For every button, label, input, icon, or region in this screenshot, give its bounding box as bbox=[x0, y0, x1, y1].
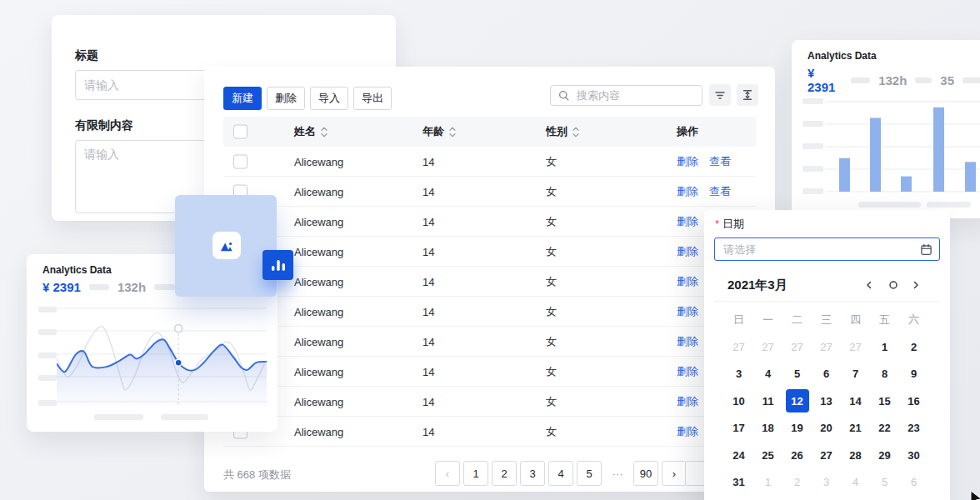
cell-actions: 删除查看 bbox=[677, 154, 731, 169]
sort-icon[interactable] bbox=[449, 127, 456, 138]
table-row[interactable]: Alicewang14女删除查看 bbox=[223, 417, 756, 447]
calendar-day[interactable]: 2 bbox=[782, 469, 812, 497]
table-row[interactable]: Alicewang14女删除查看 bbox=[223, 237, 756, 267]
filter-button[interactable] bbox=[709, 84, 731, 106]
column-header-age[interactable]: 年龄 bbox=[422, 124, 456, 139]
calendar-day[interactable]: 27 bbox=[812, 333, 841, 361]
cell-actions: 删除查看 bbox=[677, 184, 731, 199]
mouse-cursor bbox=[969, 490, 980, 500]
calendar-day[interactable]: 4 bbox=[753, 361, 782, 388]
row-delete-link[interactable]: 删除 bbox=[677, 334, 698, 349]
calendar-day[interactable]: 4 bbox=[841, 469, 870, 497]
table-row[interactable]: Alicewang14女删除查看 bbox=[223, 327, 756, 357]
row-checkbox[interactable] bbox=[233, 154, 248, 168]
calendar-day[interactable]: 29 bbox=[870, 442, 899, 469]
pager-ellipsis: ··· bbox=[605, 461, 630, 486]
calendar-day[interactable]: 15 bbox=[870, 388, 899, 415]
table-row[interactable]: Alicewang14女删除查看 bbox=[223, 297, 756, 327]
table-row[interactable]: Alicewang14女删除查看 bbox=[223, 267, 756, 297]
calendar-day[interactable]: 26 bbox=[782, 442, 812, 469]
calendar-day[interactable]: 8 bbox=[870, 361, 899, 388]
table-row[interactable]: Alicewang14女删除查看 bbox=[223, 147, 756, 177]
calendar-day[interactable]: 2 bbox=[899, 333, 928, 361]
calendar-day[interactable]: 11 bbox=[753, 388, 782, 415]
new-button[interactable]: 新建 bbox=[223, 87, 262, 110]
calendar-day[interactable]: 14 bbox=[841, 388, 870, 415]
row-delete-link[interactable]: 删除 bbox=[677, 274, 698, 289]
search-input[interactable] bbox=[575, 88, 695, 102]
column-header-gender[interactable]: 性别 bbox=[546, 124, 579, 139]
calendar-day[interactable]: 30 bbox=[899, 442, 928, 469]
calendar-day[interactable]: 1 bbox=[753, 469, 782, 497]
next-month-button[interactable] bbox=[911, 280, 921, 290]
calendar-day[interactable]: 27 bbox=[841, 333, 870, 361]
calendar-day[interactable]: 5 bbox=[870, 469, 899, 497]
column-header-name[interactable]: 姓名 bbox=[294, 124, 328, 139]
calendar-day[interactable]: 3 bbox=[812, 469, 841, 497]
pager-prev[interactable]: ‹ bbox=[435, 461, 460, 486]
pager-next[interactable]: › bbox=[662, 461, 687, 486]
row-delete-link[interactable]: 删除 bbox=[677, 394, 698, 409]
pager-page-2[interactable]: 2 bbox=[492, 461, 517, 486]
pager-page-4[interactable]: 4 bbox=[548, 461, 573, 486]
date-input[interactable] bbox=[722, 242, 920, 257]
table-row[interactable]: Alicewang14女删除查看 bbox=[223, 387, 756, 417]
row-view-link[interactable]: 查看 bbox=[709, 184, 731, 199]
calendar-day[interactable]: 19 bbox=[782, 415, 812, 442]
calendar-day[interactable]: 22 bbox=[870, 415, 899, 442]
calendar-day[interactable]: 28 bbox=[841, 442, 870, 469]
calendar-day[interactable]: 17 bbox=[724, 415, 753, 442]
row-delete-link[interactable]: 删除 bbox=[677, 304, 698, 319]
row-delete-link[interactable]: 删除 bbox=[677, 184, 698, 199]
calendar-day-selected[interactable]: 12 bbox=[782, 388, 812, 415]
calendar-day[interactable]: 16 bbox=[899, 388, 928, 415]
row-delete-link[interactable]: 删除 bbox=[677, 154, 698, 169]
calendar-day[interactable]: 6 bbox=[899, 469, 928, 497]
pager-page-90[interactable]: 90 bbox=[633, 461, 658, 486]
calendar-day[interactable]: 21 bbox=[841, 415, 870, 442]
calendar-day[interactable]: 27 bbox=[782, 333, 812, 361]
delete-button[interactable]: 删除 bbox=[267, 87, 305, 110]
pager-page-1[interactable]: 1 bbox=[463, 461, 488, 486]
row-height-button[interactable] bbox=[737, 84, 758, 106]
row-delete-link[interactable]: 删除 bbox=[677, 364, 698, 379]
import-button[interactable]: 导入 bbox=[310, 87, 348, 110]
calendar-day[interactable]: 27 bbox=[812, 442, 841, 469]
calendar-day[interactable]: 3 bbox=[724, 361, 753, 388]
calendar-day[interactable]: 1 bbox=[870, 333, 899, 361]
calendar-day[interactable]: 18 bbox=[753, 415, 782, 442]
x-label-placeholder bbox=[94, 414, 143, 420]
row-delete-link[interactable]: 删除 bbox=[677, 214, 698, 229]
row-delete-link[interactable]: 删除 bbox=[677, 424, 698, 439]
table-row[interactable]: Alicewang14女删除查看 bbox=[223, 177, 756, 207]
calendar-day[interactable]: 31 bbox=[724, 469, 753, 497]
y-tick-placeholder bbox=[802, 121, 823, 127]
select-all-checkbox[interactable] bbox=[233, 125, 248, 139]
calendar-day[interactable]: 25 bbox=[753, 442, 782, 469]
calendar-day[interactable]: 6 bbox=[812, 361, 841, 388]
sort-icon[interactable] bbox=[321, 127, 328, 138]
prev-month-button[interactable] bbox=[864, 280, 874, 290]
calendar-day[interactable]: 27 bbox=[753, 333, 782, 361]
calendar-day[interactable]: 9 bbox=[899, 361, 928, 388]
sort-icon[interactable] bbox=[572, 127, 579, 138]
pager-page-3[interactable]: 3 bbox=[520, 461, 545, 486]
export-button[interactable]: 导出 bbox=[353, 87, 392, 110]
calendar-day[interactable]: 24 bbox=[724, 442, 753, 469]
calendar-day[interactable]: 7 bbox=[841, 361, 870, 388]
image-preview-card[interactable] bbox=[175, 195, 277, 297]
table-row[interactable]: Alicewang14女删除查看 bbox=[223, 207, 756, 237]
table-row[interactable]: Alicewang14女删除查看 bbox=[223, 357, 756, 387]
today-button[interactable] bbox=[888, 280, 898, 290]
calendar-day[interactable]: 10 bbox=[724, 388, 753, 415]
row-view-link[interactable]: 查看 bbox=[709, 154, 731, 169]
bar-chart-badge[interactable] bbox=[262, 250, 293, 280]
calendar-day[interactable]: 13 bbox=[812, 388, 841, 415]
cell-gender: 女 bbox=[546, 304, 557, 319]
row-delete-link[interactable]: 删除 bbox=[677, 244, 698, 259]
calendar-day[interactable]: 20 bbox=[812, 415, 841, 442]
calendar-day[interactable]: 5 bbox=[782, 361, 812, 388]
pager-page-5[interactable]: 5 bbox=[577, 461, 602, 486]
calendar-day[interactable]: 23 bbox=[899, 415, 928, 442]
calendar-day[interactable]: 27 bbox=[724, 333, 753, 361]
